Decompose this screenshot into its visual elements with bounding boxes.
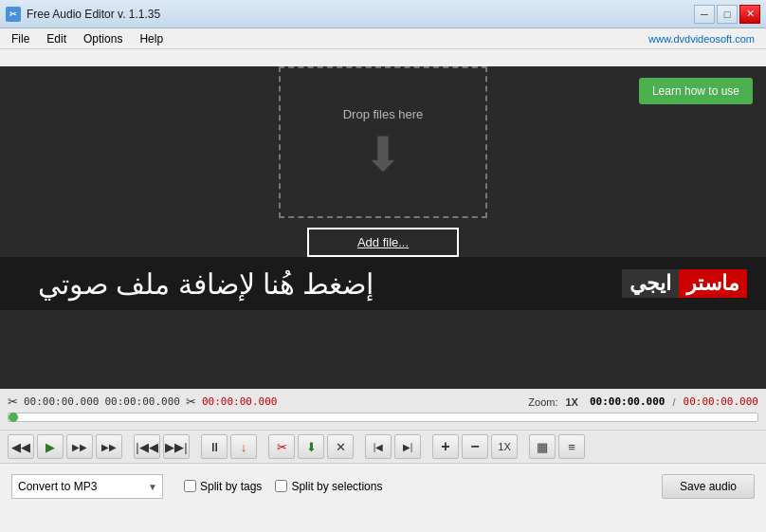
- drop-text: Drop files here: [343, 107, 424, 121]
- waveform-button[interactable]: ▦: [529, 434, 556, 459]
- zoom-out-button[interactable]: −: [462, 434, 488, 459]
- time-mid1: 00:00:00.000: [104, 395, 179, 408]
- delete-button[interactable]: ✕: [327, 434, 354, 459]
- close-button[interactable]: ✕: [739, 5, 760, 24]
- learn-button[interactable]: Learn how to use: [639, 78, 753, 104]
- menu-options[interactable]: Options: [76, 30, 130, 47]
- next-mark-button[interactable]: ▶|: [394, 434, 421, 459]
- menu-help[interactable]: Help: [132, 30, 171, 47]
- skip-to-end-button[interactable]: ▶▶|: [163, 434, 190, 459]
- save-audio-button[interactable]: Save audio: [662, 474, 755, 499]
- timeline-row: ✂ 00:00:00.000 00:00:00.000 ✂ 00:00:00.0…: [8, 394, 758, 409]
- convert-select[interactable]: Convert to MP3 Convert to WAV Convert to…: [11, 474, 163, 499]
- main-area: Learn how to use Drop files here ⬇ Add f…: [0, 66, 766, 389]
- brand-red: ماستر: [679, 269, 747, 298]
- zoom-label: Zoom:: [528, 396, 557, 408]
- app-title: Free Audio Editor v. 1.1.35: [27, 8, 160, 21]
- brand-white: ايجي: [622, 269, 679, 298]
- skip-forward-button[interactable]: ▶▶: [96, 434, 122, 459]
- split-by-tags-checkbox[interactable]: [184, 480, 196, 492]
- menu-edit[interactable]: Edit: [39, 30, 74, 47]
- fast-forward-button[interactable]: ▶▶: [66, 434, 93, 459]
- mark-button[interactable]: ⬇: [298, 434, 324, 459]
- total-time: 00:00:00.000: [684, 395, 758, 408]
- split-by-tags-text: Split by tags: [200, 480, 262, 493]
- window-controls: ─ □ ✕: [694, 5, 760, 24]
- brand-logo: ايجي ماستر: [622, 269, 747, 298]
- convert-select-wrapper: Convert to MP3 Convert to WAV Convert to…: [11, 474, 163, 499]
- split-by-tags-label[interactable]: Split by tags: [184, 480, 262, 493]
- skip-to-start-button[interactable]: |◀◀: [134, 434, 160, 459]
- scissor-mid-icon: ✂: [186, 394, 196, 409]
- zoom-reset-button[interactable]: 1X: [491, 434, 518, 459]
- menu-file[interactable]: File: [4, 30, 37, 47]
- add-file-button[interactable]: Add file...: [307, 228, 459, 257]
- prev-mark-button[interactable]: |◀: [365, 434, 392, 459]
- rewind-button[interactable]: ◀◀: [8, 434, 34, 459]
- scissor-left-icon: ✂: [8, 394, 18, 409]
- app-icon: ✂: [6, 7, 21, 22]
- maximize-button[interactable]: □: [717, 5, 738, 24]
- website-link[interactable]: www.dvdvideosoft.com: [648, 33, 755, 45]
- minimize-button[interactable]: ─: [694, 5, 715, 24]
- play-button[interactable]: ▶: [37, 434, 64, 459]
- drop-arrow-icon: ⬇: [363, 131, 403, 178]
- zoom-value: 1X: [566, 396, 578, 408]
- download-button[interactable]: ↓: [230, 434, 257, 459]
- split-by-selections-text: Split by selections: [291, 480, 382, 493]
- cut-button[interactable]: ✂: [268, 434, 295, 459]
- titlebar: ✂ Free Audio Editor v. 1.1.35 ─ □ ✕: [0, 0, 766, 28]
- progress-bar[interactable]: [8, 413, 758, 422]
- zoom-in-button[interactable]: +: [432, 434, 459, 459]
- time-start: 00:00:00.000: [24, 395, 99, 408]
- time-mid2: 00:00:00.000: [202, 395, 277, 408]
- bottom-bar: Convert to MP3 Convert to WAV Convert to…: [0, 463, 766, 508]
- split-by-selections-label[interactable]: Split by selections: [275, 480, 382, 493]
- current-time: 00:00:00.000: [590, 395, 665, 408]
- arabic-text: إضغط هُنا لإضافة ملف صوتي: [38, 267, 374, 301]
- timeline-area: ✂ 00:00:00.000 00:00:00.000 ✂ 00:00:00.0…: [0, 389, 766, 430]
- split-by-selections-checkbox[interactable]: [275, 480, 287, 492]
- menubar: File Edit Options Help www.dvdvideosoft.…: [0, 28, 766, 49]
- arabic-bar: إضغط هُنا لإضافة ملف صوتي ايجي ماستر: [0, 257, 766, 310]
- checkbox-group: Split by tags Split by selections: [184, 480, 382, 493]
- toolbar: ◀◀ ▶ ▶▶ ▶▶ |◀◀ ▶▶| ⏸ ↓ ✂ ⬇ ✕ |◀ ▶| + − 1…: [0, 430, 766, 463]
- time-slash: /: [672, 396, 675, 408]
- pause-button[interactable]: ⏸: [201, 434, 228, 459]
- eq-button[interactable]: ≡: [558, 434, 585, 459]
- progress-indicator: [9, 413, 18, 422]
- drop-zone[interactable]: Drop files here ⬇: [279, 66, 487, 218]
